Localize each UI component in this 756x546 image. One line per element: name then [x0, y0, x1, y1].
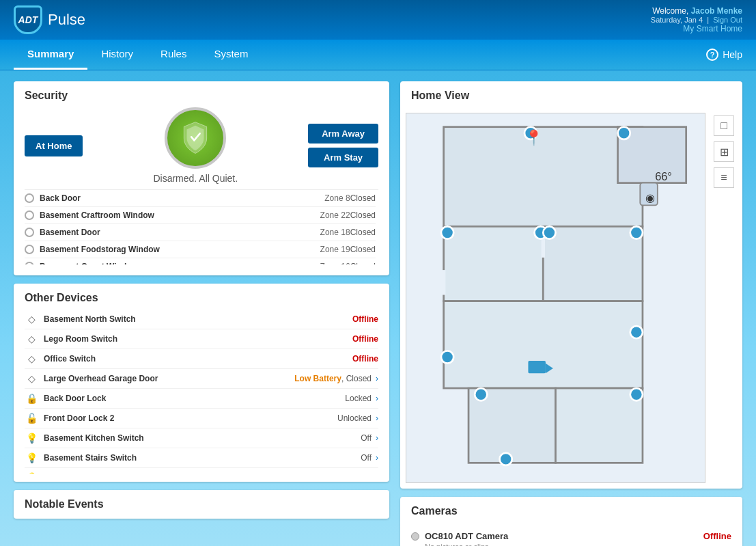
notable-events-panel: Notable Events	[14, 490, 389, 519]
help-button[interactable]: ? Help	[706, 49, 742, 61]
bulb-icon: 💡	[25, 472, 38, 474]
at-home-button[interactable]: At Home	[25, 135, 83, 156]
zone-item: Basement Craftroom Window Zone 22 Closed	[25, 207, 376, 224]
svg-rect-7	[556, 388, 643, 463]
svg-point-19	[475, 388, 487, 400]
home-view-table-icon[interactable]: ≡	[714, 167, 734, 188]
svg-point-17	[441, 351, 453, 363]
device-item: ◇ Large Overhead Garage Door Low Battery…	[25, 369, 378, 389]
welcome-text: Welcome, Jacob Menke	[651, 6, 742, 16]
cameras-content: OC810 ADT Camera Offline No pictures or …	[400, 523, 742, 546]
zone-dot	[25, 210, 34, 220]
devices-content: ◇ Basement North Switch Offline ◇ Lego R…	[14, 310, 389, 482]
adt-logo: ADT	[14, 5, 42, 34]
home-view-content: ◉ 66° 📍 □ ⊞ ≡	[400, 107, 742, 489]
diamond-icon: ◇	[25, 333, 38, 344]
security-title: Security	[14, 81, 389, 107]
arm-stay-button[interactable]: Arm Stay	[308, 148, 378, 167]
svg-point-20	[500, 453, 512, 465]
security-controls: At Home Disarmed. All Quiet.	[25, 107, 378, 184]
camera-status-dot	[411, 532, 419, 541]
svg-point-13	[441, 226, 453, 238]
svg-text:66°: 66°	[655, 170, 672, 182]
device-item: 💡 Basement Kitchen Switch Off ›	[25, 428, 378, 448]
svg-rect-5	[444, 301, 643, 388]
zone-item: Back Door Zone 8 Closed	[25, 190, 376, 207]
header-right: Welcome, Jacob Menke Saturday, Jan 4 | S…	[651, 6, 742, 33]
username-link[interactable]: Jacob Menke	[691, 6, 742, 16]
arm-buttons: Arm Away Arm Stay	[308, 124, 378, 167]
home-view-grid-icon[interactable]: ⊞	[714, 141, 734, 162]
device-item: 💡 Basement Stairs Switch Off ›	[25, 448, 378, 468]
device-item: 🔓 Front Door Lock 2 Unlocked ›	[25, 409, 378, 428]
lock-open-icon: 🔓	[25, 413, 38, 424]
nav-links: Summary History Rules System	[14, 40, 262, 70]
svg-point-18	[630, 326, 643, 338]
shield-circle	[165, 107, 226, 169]
bulb-icon: 💡	[25, 433, 38, 443]
sign-out-link[interactable]: Sign Out	[713, 16, 742, 24]
camera-name-area: OC810 ADT Camera	[411, 531, 508, 541]
svg-rect-25	[528, 361, 545, 373]
nav-history[interactable]: History	[87, 40, 147, 70]
device-arrow-icon[interactable]: ›	[376, 453, 378, 463]
nav-rules[interactable]: Rules	[147, 40, 200, 70]
main-content: Security At Home	[0, 70, 756, 546]
device-arrow-icon[interactable]: ›	[376, 473, 378, 474]
device-arrow-icon[interactable]: ›	[376, 413, 378, 423]
svg-text:📍: 📍	[524, 128, 544, 147]
right-column: Home View	[400, 81, 742, 546]
zone-item: Basement Door Zone 18 Closed	[25, 224, 376, 241]
bulb-icon: 💡	[25, 452, 38, 463]
device-item: ◇ Basement North Switch Offline	[25, 310, 378, 329]
lock-icon: 🔒	[25, 393, 38, 404]
cameras-title: Cameras	[400, 497, 742, 523]
my-smart-home-link[interactable]: My Smart Home	[651, 24, 742, 33]
diamond-icon: ◇	[25, 314, 38, 325]
floor-plan: ◉ 66° 📍	[406, 113, 705, 483]
floor-plan-svg: ◉ 66° 📍	[406, 113, 705, 482]
camera-item: OC810 ADT Camera Offline No pictures or …	[411, 531, 731, 546]
date-text: Saturday, Jan 4 | Sign Out	[651, 16, 742, 24]
device-item: 🔒 Back Door Lock Locked ›	[25, 389, 378, 409]
other-devices-panel: Other Devices ◇ Basement North Switch Of…	[14, 284, 389, 482]
disarmed-status: Disarmed. All Quiet.	[153, 173, 238, 184]
camera-header: OC810 ADT Camera Offline	[411, 531, 731, 541]
nav-summary[interactable]: Summary	[14, 40, 87, 70]
zone-list: Back Door Zone 8 Closed Basement Craftro…	[25, 189, 378, 264]
header: ADT Pulse Welcome, Jacob Menke Saturday,…	[0, 0, 756, 40]
home-view-square-icon[interactable]: □	[714, 115, 734, 136]
shield-area: Disarmed. All Quiet.	[94, 107, 297, 184]
svg-rect-2	[444, 127, 643, 227]
security-panel: Security At Home	[14, 81, 389, 275]
nav-system[interactable]: System	[200, 40, 262, 70]
pulse-text: Pulse	[48, 11, 85, 29]
svg-text:◉: ◉	[645, 191, 655, 204]
device-list: ◇ Basement North Switch Offline ◇ Lego R…	[25, 310, 378, 474]
zone-dot	[25, 245, 34, 254]
zone-dot	[25, 262, 34, 264]
cameras-panel: Cameras OC810 ADT Camera Offline No pict…	[400, 497, 742, 546]
svg-point-12	[618, 127, 630, 139]
nav-bar: Summary History Rules System ? Help	[0, 40, 756, 70]
zone-item: Basement Foodstorag Window Zone 19 Close…	[25, 241, 376, 258]
security-content: At Home Disarmed. All Quiet.	[14, 107, 389, 275]
other-devices-title: Other Devices	[14, 284, 389, 310]
zone-item: Basement Guest Window Zone 16 Closed	[25, 258, 376, 264]
device-item: ◇ Lego Room Switch Offline	[25, 329, 378, 349]
svg-point-16	[630, 226, 643, 238]
home-view-controls: □ ⊞ ≡	[711, 113, 737, 483]
device-arrow-icon[interactable]: ›	[376, 394, 378, 403]
arm-away-button[interactable]: Arm Away	[308, 124, 378, 144]
zone-dot	[25, 193, 34, 203]
home-view-panel: Home View	[400, 81, 742, 489]
help-icon: ?	[706, 49, 718, 61]
shield-icon	[178, 121, 212, 155]
device-arrow-icon[interactable]: ›	[376, 374, 378, 383]
svg-point-15	[543, 226, 555, 238]
device-arrow-icon[interactable]: ›	[376, 433, 378, 443]
diamond-icon: ◇	[25, 353, 38, 364]
logo-area: ADT Pulse	[14, 5, 85, 34]
svg-rect-3	[444, 226, 544, 301]
notable-events-title: Notable Events	[14, 490, 389, 519]
